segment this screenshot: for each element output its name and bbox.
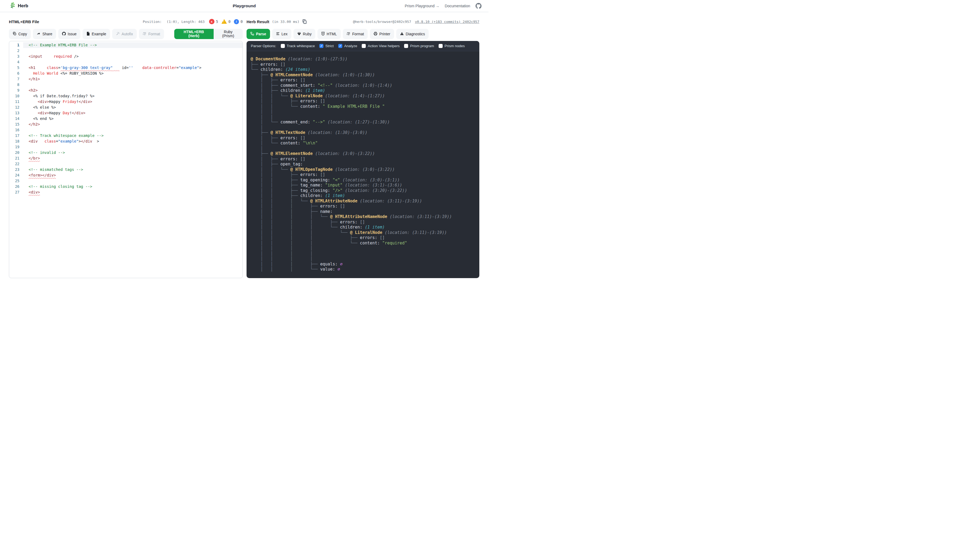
- format-result-button[interactable]: Format: [343, 29, 368, 39]
- position-label: Position:: [143, 20, 162, 24]
- code-line: [23, 144, 243, 150]
- copy-result-icon[interactable]: [302, 19, 307, 24]
- ast-tree-line: │ │ └── content: " Example HTML+ERB File…: [251, 104, 479, 109]
- editor-line[interactable]: 7</h1>: [9, 76, 243, 82]
- editor-line[interactable]: 12 <% else %>: [9, 105, 243, 110]
- code-line: [23, 161, 243, 167]
- checkbox-checked-icon[interactable]: ✓: [338, 44, 342, 48]
- editor-line[interactable]: 11 <div>Happy Friday!</div>: [9, 99, 243, 105]
- editor-line[interactable]: 15</h2>: [9, 122, 243, 127]
- ast-tree-line: ├── @ HTMLCommentNode (location: (1:0)-(…: [251, 72, 479, 78]
- ast-tree-line: │ │ ├── errors: []: [251, 98, 479, 104]
- ast-tree-line: │ │ │ │ ├── errors: []: [251, 235, 479, 241]
- editor-line[interactable]: 2: [9, 48, 243, 53]
- editor-line[interactable]: 13 <div>Happy Day!</div>: [9, 110, 243, 116]
- copy-icon: [13, 32, 17, 37]
- line-number: 15: [9, 122, 23, 127]
- share-button[interactable]: Share: [33, 29, 56, 39]
- parser-option[interactable]: ✓Analyze: [338, 44, 357, 48]
- editor-line[interactable]: 6 Hello World <%= RUBY_VERSION %>: [9, 71, 243, 76]
- right-panel-title: Herb Result: [246, 19, 269, 24]
- checkbox-checked-icon[interactable]: ✓: [320, 44, 323, 48]
- documentation-link[interactable]: Documentation: [445, 4, 470, 8]
- line-number: 19: [9, 144, 23, 150]
- line-number: 26: [9, 184, 23, 190]
- lex-button[interactable]: Lex: [272, 29, 291, 39]
- share-icon: [37, 32, 40, 37]
- editor-line[interactable]: 24<form></div>: [9, 172, 243, 178]
- line-number: 23: [9, 167, 23, 172]
- issue-button[interactable]: Issue: [58, 29, 80, 39]
- editor-line[interactable]: 19: [9, 144, 243, 150]
- parse-button[interactable]: Parse: [246, 29, 270, 39]
- github-icon[interactable]: [475, 3, 482, 9]
- editor-line[interactable]: 3<input required />: [9, 53, 243, 59]
- left-panel-title: HTML+ERB File: [9, 19, 39, 24]
- checkbox-icon[interactable]: [362, 44, 366, 48]
- brand[interactable]: Herb: [10, 2, 28, 10]
- parser-option[interactable]: Prism nodes: [438, 44, 465, 48]
- code-line: <!-- missing closing tag -->: [23, 184, 243, 190]
- printer-button[interactable]: Printer: [370, 29, 394, 39]
- editor-line[interactable]: 21</br>: [9, 155, 243, 161]
- editor-line[interactable]: 16: [9, 127, 243, 133]
- editor-line[interactable]: 5<h1 class='bg-gray-300 text-gray" id=''…: [9, 65, 243, 71]
- editor-line[interactable]: 27<div>: [9, 190, 243, 195]
- editor-line[interactable]: 4: [9, 59, 243, 65]
- ast-tree-line: │ │ │ │ └── @ LiteralNode (location: (3:…: [251, 230, 479, 235]
- line-number: 14: [9, 116, 23, 122]
- warning-badge-icon: [221, 19, 227, 24]
- file-icon: [86, 32, 90, 37]
- info-count: 0: [241, 19, 243, 24]
- code-line: <!-- Example HTML+ERB File -->: [23, 42, 243, 48]
- ast-tree-line: │ │ │ └── value: ∅: [251, 267, 479, 272]
- checkbox-icon[interactable]: [404, 44, 408, 48]
- line-number: 8: [9, 82, 23, 88]
- checkbox-icon[interactable]: [281, 44, 285, 48]
- example-button[interactable]: Example: [82, 29, 110, 39]
- ast-tree-line: │ │ │ ├── errors: []: [251, 204, 479, 209]
- ast-tree-line: │ │ ├── tag_opening: "<" (location: (3:0…: [251, 178, 479, 183]
- code-line: <% else %>: [23, 105, 243, 110]
- tab-ruby-prism[interactable]: Ruby (Prism): [214, 29, 243, 39]
- editor-line[interactable]: 22: [9, 161, 243, 167]
- line-number: 5: [9, 65, 23, 71]
- editor-line[interactable]: 8: [9, 82, 243, 88]
- checkbox-icon[interactable]: [438, 44, 443, 48]
- parser-option[interactable]: ✓Strict: [320, 44, 334, 48]
- code-editor[interactable]: 1<!-- Example HTML+ERB File -->23<input …: [9, 41, 243, 278]
- version-link[interactable]: v0.8.10 (+183 commits) 2402c957: [415, 20, 479, 24]
- editor-line[interactable]: 9<h2>: [9, 88, 243, 93]
- magic-wand-icon: [116, 32, 120, 37]
- position-value: (1:0), Length: 463: [167, 20, 205, 24]
- editor-line[interactable]: 18<div class="example"></div >: [9, 138, 243, 144]
- ruby-button[interactable]: Ruby: [293, 29, 315, 39]
- code-line: <input required />: [23, 53, 243, 59]
- parser-option[interactable]: Prism program: [404, 44, 434, 48]
- format-button[interactable]: Format: [139, 29, 164, 39]
- brand-name: Herb: [18, 3, 28, 8]
- copy-button[interactable]: Copy: [9, 29, 31, 39]
- editor-line[interactable]: 20<!-- invalid -->: [9, 150, 243, 155]
- parser-option[interactable]: Action View helpers: [362, 44, 400, 48]
- line-number: 10: [9, 93, 23, 99]
- parser-option[interactable]: Track whitespace: [281, 44, 315, 48]
- autofix-button[interactable]: Autofix: [112, 29, 137, 39]
- code-line: [23, 48, 243, 53]
- editor-line[interactable]: 17<!-- Track whitespace example -->: [9, 133, 243, 138]
- editor-line[interactable]: 14 <% end %>: [9, 116, 243, 122]
- ast-tree-line: │ │ ├── tag_name: "input" (location: (3:…: [251, 183, 479, 188]
- prism-playground-link[interactable]: Prism Playground →: [405, 4, 439, 8]
- ast-tree-line: │ │ │ │: [251, 246, 479, 251]
- html5-shield-icon: [321, 32, 325, 37]
- editor-line[interactable]: 10 <% if Date.today.friday? %>: [9, 93, 243, 99]
- ast-tree-line: │ ├── open_tag:: [251, 162, 479, 167]
- editor-line[interactable]: 26<!-- missing closing tag -->: [9, 184, 243, 190]
- tab-html-erb-herb[interactable]: HTML+ERB (Herb): [174, 29, 214, 39]
- editor-line[interactable]: 23<!-- mismatched tags -->: [9, 167, 243, 172]
- line-number: 20: [9, 150, 23, 155]
- html-button[interactable]: HTML: [318, 29, 341, 39]
- diagnostics-button[interactable]: Diagnostics: [396, 29, 428, 39]
- editor-line[interactable]: 1<!-- Example HTML+ERB File -->: [9, 42, 243, 48]
- editor-line[interactable]: 25: [9, 178, 243, 184]
